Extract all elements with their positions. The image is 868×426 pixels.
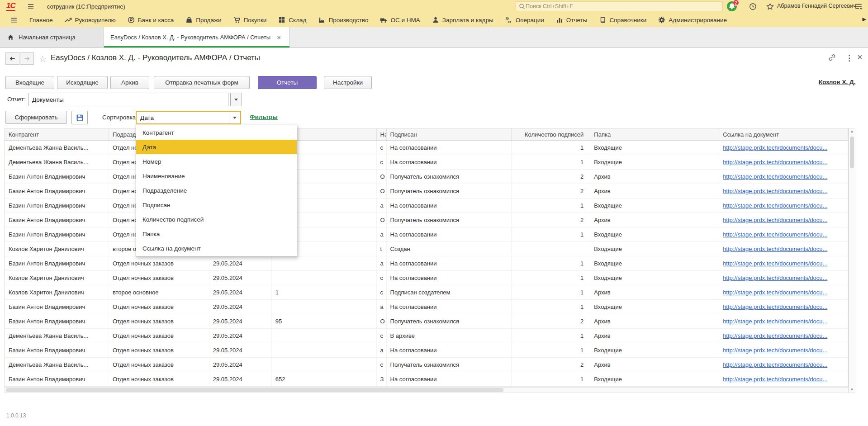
table-row[interactable]: Базин Антон ВладимировичОтдел ночных зак… — [5, 227, 848, 242]
document-link[interactable]: http://stage.prdx.tech/documents/docu... — [723, 376, 827, 383]
menu-item-зарплата-и-кадры[interactable]: Зарплата и кадры — [426, 13, 499, 27]
column-header-contragent[interactable]: Контрагент — [5, 128, 109, 140]
sort-option[interactable]: Дата — [136, 140, 297, 154]
document-link[interactable]: http://stage.prdx.tech/documents/docu... — [723, 217, 827, 223]
generate-report-button[interactable]: Сформировать — [5, 111, 67, 124]
get-link-icon[interactable] — [828, 53, 836, 62]
section-button-3[interactable]: Архив — [110, 76, 149, 89]
menu-item-продажи[interactable]: Продажи — [180, 13, 227, 27]
horizontal-scroll-thumb[interactable] — [6, 388, 503, 392]
favorite-star-icon[interactable]: ☆ — [39, 54, 47, 64]
section-button-4[interactable]: Отправка печатных форм — [154, 76, 250, 89]
sort-option[interactable]: Контрагент — [136, 125, 297, 140]
menu-item-покупки[interactable]: Покупки — [228, 13, 273, 27]
document-link[interactable]: http://stage.prdx.tech/documents/docu... — [723, 159, 827, 166]
sort-option[interactable]: Подписан — [136, 198, 297, 212]
report-dropdown-button[interactable] — [230, 93, 242, 106]
global-search[interactable] — [516, 1, 723, 11]
section-button-1[interactable]: Входящие — [5, 76, 54, 89]
document-link[interactable]: http://stage.prdx.tech/documents/docu... — [723, 361, 827, 368]
menu-item-склад[interactable]: Склад — [272, 13, 312, 27]
menu-item-ос-и-нма[interactable]: ОС и НМА — [374, 13, 426, 27]
document-link[interactable]: http://stage.prdx.tech/documents/docu... — [723, 144, 827, 151]
current-user-menu[interactable]: Абрамов Геннадий Сергеевич — [777, 3, 856, 9]
table-row[interactable]: Дементьева Жанна Василь...Отдел ночных з… — [5, 358, 848, 372]
menu-item-отчеты[interactable]: Отчеты — [550, 13, 593, 27]
document-link[interactable]: http://stage.prdx.tech/documents/docu... — [723, 332, 827, 339]
sort-option[interactable]: Подразделение — [136, 183, 297, 198]
table-row[interactable]: Базин Антон ВладимировичОтдел ночных зак… — [5, 300, 848, 314]
table-row[interactable]: Базин Антон ВладимировичОтдел ночных зак… — [5, 184, 848, 199]
forward-button[interactable] — [20, 52, 34, 65]
table-row[interactable]: Козлов Харитон ДаниловичОтдел ночных зак… — [5, 271, 848, 285]
menu-item-главное[interactable]: Главное — [24, 13, 59, 27]
sort-select[interactable] — [136, 111, 241, 124]
document-link[interactable]: http://stage.prdx.tech/documents/docu... — [723, 188, 827, 194]
menu-item-операции[interactable]: ДтКтОперации — [499, 13, 550, 27]
sort-option[interactable]: Ссылка на документ — [136, 241, 297, 256]
document-link[interactable]: http://stage.prdx.tech/documents/docu... — [723, 275, 827, 281]
user-menu-icon[interactable] — [853, 1, 864, 12]
menu-item-руководителю[interactable]: Руководителю — [59, 13, 122, 27]
more-actions-kebab-icon[interactable]: ⋮ — [845, 53, 853, 63]
document-link[interactable]: http://stage.prdx.tech/documents/docu... — [723, 231, 827, 238]
notifications-button[interactable]: 2 — [726, 1, 737, 12]
document-link[interactable]: http://stage.prdx.tech/documents/docu... — [723, 260, 827, 267]
table-row[interactable]: Базин Антон ВладимировичОтдел ночных зак… — [5, 170, 848, 184]
table-row[interactable]: Базин Антон ВладимировичОтдел ночных зак… — [5, 314, 848, 329]
table-row[interactable]: Дементьева Жанна Василь...Отдел ночных з… — [5, 141, 848, 155]
section-button-2[interactable]: Исходящие — [57, 76, 108, 89]
column-header-name[interactable]: Наименование — [377, 128, 387, 140]
tab-close-icon[interactable]: × — [275, 33, 283, 41]
document-link[interactable]: http://stage.prdx.tech/documents/docu... — [723, 173, 827, 180]
column-header-link[interactable]: Ссылка на документ — [719, 128, 848, 140]
close-form-icon[interactable]: × — [857, 52, 863, 62]
document-link[interactable]: http://stage.prdx.tech/documents/docu... — [723, 202, 827, 209]
menu-item-администрирование[interactable]: Администрирование — [652, 13, 733, 27]
table-row[interactable]: Дементьева Жанна Василь...Отдел ночных з… — [5, 155, 848, 170]
titlebar-menu-icon[interactable] — [27, 3, 34, 10]
menu-item-производство[interactable]: Производство — [312, 13, 374, 27]
sort-option[interactable]: Количество подписей — [136, 212, 297, 227]
menu-item-справочники[interactable]: Справочники — [593, 13, 653, 27]
sort-option[interactable]: Наименование — [136, 169, 297, 183]
document-link[interactable]: http://stage.prdx.tech/documents/docu... — [723, 318, 827, 325]
tab-easydocs-reports[interactable]: EasyDocs / Козлов Х. Д. - Руководитель А… — [104, 27, 289, 47]
back-button[interactable] — [5, 52, 19, 65]
document-link[interactable]: http://stage.prdx.tech/documents/docu... — [723, 303, 827, 310]
table-row[interactable]: Козлов Харитон Даниловичвторое основноеt… — [5, 242, 848, 256]
table-row[interactable]: Базин Антон ВладимировичОтдел ночных зак… — [5, 199, 848, 213]
menu-overflow-arrow[interactable]: ▶ — [863, 16, 866, 22]
horizontal-scrollbar[interactable] — [5, 387, 849, 393]
filters-link[interactable]: Фильтры — [250, 114, 278, 120]
history-icon[interactable] — [747, 1, 758, 12]
table-row[interactable]: Базин Антон ВладимировичОтдел ночных зак… — [5, 343, 848, 358]
sort-select-input[interactable] — [137, 114, 229, 121]
vertical-scroll-thumb[interactable] — [850, 137, 854, 168]
column-header-status[interactable]: Подписан — [387, 128, 512, 140]
report-select-input[interactable] — [28, 93, 228, 106]
sort-option[interactable]: Папка — [136, 227, 297, 241]
table-row[interactable]: Базин Антон ВладимировичОтдел ночных зак… — [5, 372, 848, 387]
current-employee-link[interactable]: Козлов Х. Д. — [819, 79, 855, 85]
vertical-scrollbar[interactable]: ▲ ▼ — [849, 128, 855, 393]
tab-home[interactable]: Начальная страница — [0, 27, 104, 47]
document-link[interactable]: http://stage.prdx.tech/documents/docu... — [723, 289, 827, 296]
sort-dropdown-button[interactable] — [229, 112, 240, 123]
table-row[interactable]: Дементьева Жанна Василь...Отдел ночных з… — [5, 329, 848, 343]
save-button[interactable] — [71, 111, 88, 124]
menu-item-банк-и-касса[interactable]: ₽Банк и касса — [122, 13, 180, 27]
table-row[interactable]: Базин Антон ВладимировичОтдел ночных зак… — [5, 256, 848, 271]
table-row[interactable]: Базин Антон ВладимировичОтдел ночных зак… — [5, 213, 848, 227]
sort-option[interactable]: Номер — [136, 154, 297, 169]
search-input[interactable] — [526, 3, 720, 9]
section-button-5[interactable]: Отчеты — [258, 76, 317, 89]
menu-burger-icon[interactable] — [10, 13, 24, 27]
document-link[interactable]: http://stage.prdx.tech/documents/docu... — [723, 347, 827, 354]
favorites-star-icon[interactable] — [764, 1, 775, 12]
table-row[interactable]: Козлов Харитон Даниловичвторое основное2… — [5, 285, 848, 300]
column-header-sign_count[interactable]: Количество подписей — [512, 128, 590, 140]
section-button-6[interactable]: Настройки — [324, 76, 372, 89]
column-header-folder[interactable]: Папка — [590, 128, 719, 140]
document-link[interactable]: http://stage.prdx.tech/documents/docu... — [723, 246, 827, 252]
